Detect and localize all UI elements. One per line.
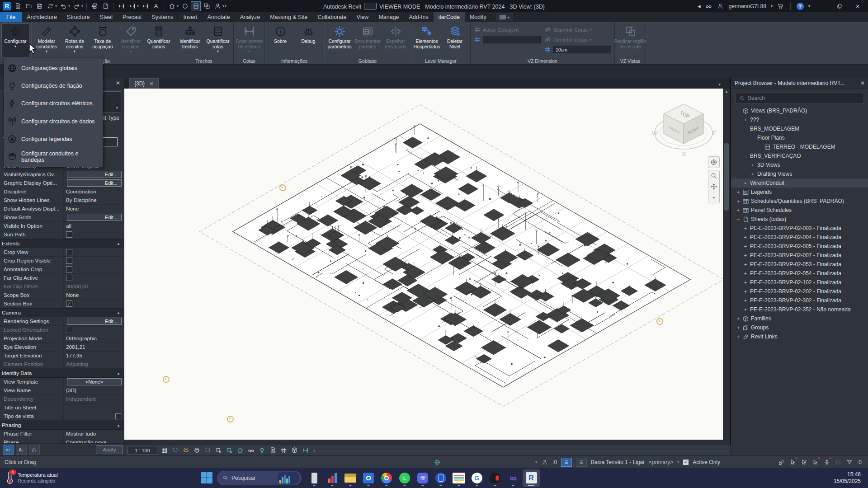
link-select-icon[interactable] [778,459,785,466]
undo-caret-icon[interactable]: ▾ [68,4,70,8]
redo-caret-icon[interactable]: ▾ [81,4,83,8]
tree-item-pe-e-2023-brvp-02-054-finalizada[interactable]: +PE-E-2023-BRVP-02-054 - Finalizada [731,269,868,278]
unlock-view-icon[interactable] [236,446,244,454]
restore-button[interactable] [833,1,846,11]
taskbar-app-discord[interactable] [414,469,431,487]
menu-item-configurar-legendas[interactable]: AConfigurar legendas [4,131,103,147]
ribbon-button-elementos-hospedados[interactable]: ElementosHospedados [413,23,441,58]
ribbon-tab-collaborate[interactable]: Collaborate [313,12,352,22]
ribbon-tab-precast[interactable]: Precast [118,12,146,22]
property-value[interactable]: Adjusting [66,361,88,367]
tree-item-groups[interactable]: +Groups [731,323,868,332]
nav-menu-caret-icon[interactable]: ▾ [708,192,719,203]
taskbar-app-visual-studio[interactable]: ∞ [505,469,522,487]
ribbon-tab-annotate[interactable]: Annotate [203,12,235,22]
undo-icon[interactable] [59,2,68,11]
home-3d-caret-icon[interactable]: ▾ [177,4,179,8]
measure-caret-icon[interactable]: ▾ [137,4,139,8]
collapse-icon[interactable]: − [743,126,748,131]
tree-item-pe-e-2023-brvp-02-302-finalizada[interactable]: +PE-E-2023-BRVP-02-302 - Finalizada [731,296,868,305]
ribbon-tab-architecture[interactable]: Architecture [22,12,62,22]
property-checkbox-crop-view[interactable] [66,249,72,255]
section-box-grip-icon[interactable] [227,416,234,422]
tree-item-3d-views[interactable]: +3D Views [731,160,868,169]
property-value[interactable]: None [66,206,79,212]
expand-icon[interactable]: + [736,334,741,339]
print-icon[interactable] [90,2,99,11]
store-cart-icon[interactable] [777,3,784,10]
property-mini-button[interactable] [115,413,121,419]
view-tab-close-icon[interactable]: ✕ [149,81,153,87]
signed-in-user[interactable]: germanoG7L88 [729,3,766,9]
collapse-icon[interactable]: − [750,135,755,141]
show-constraints-icon[interactable] [280,446,288,454]
property-checkbox-annotation-crop[interactable] [66,266,72,272]
sync-caret-icon[interactable]: ▾ [55,4,57,8]
expand-icon[interactable]: + [743,253,748,258]
project-browser-close-icon[interactable]: ✕ [860,80,865,86]
ribbon-button-debug[interactable]: Debug [294,23,322,58]
tree-item-item[interactable]: +??? [731,115,868,124]
taskbar-app-revit[interactable]: R [523,469,540,487]
systems-list-button[interactable] [561,458,572,467]
property-checkbox-sun-path[interactable] [66,231,72,238]
ribbon-button-identificar-circuitos[interactable]: Identificarcircuitos▼ [117,23,145,58]
section-box-grip-icon[interactable] [656,318,663,325]
taskbar-app-file-explorer[interactable] [342,469,359,487]
ribbon-row-ativar-cotagem[interactable]: Ativar Cotagem [474,25,541,34]
section-icon[interactable] [117,2,126,11]
worksharing-globe-icon[interactable] [434,459,441,466]
apply-button[interactable]: Apply [96,445,123,454]
panel-list-button[interactable] [576,458,587,467]
ribbon-button-rotas-de-circuitos[interactable]: Rotas decircuitos▼ [61,23,89,58]
taskbar-app-notes[interactable] [450,469,467,487]
tree-item-t-rreo-modelagem[interactable]: TÉRREO - MODELAGEM [731,142,868,151]
reveal-hidden-icon[interactable] [258,446,266,454]
property-button-visibility-graphics-ov[interactable]: Edit... [67,171,122,178]
qat-customize-caret-icon[interactable]: ▾ [225,4,226,8]
dimension-offset-input[interactable] [483,36,541,43]
section-box-grip-icon[interactable] [163,376,170,383]
property-button-view-template[interactable]: <None> [67,378,122,385]
property-value[interactable]: 177,95 [66,352,82,359]
window-box-icon[interactable] [202,2,211,11]
worksharing-display-icon[interactable] [291,446,298,454]
reveal-constraints-icon[interactable] [302,446,309,454]
tree-item-schedules-quantities-brs-padr-o[interactable]: +Schedules/Quantities (BRS_PADRÃO) [731,197,868,206]
zoom-icon[interactable] [708,170,719,181]
expand-icon[interactable]: + [743,262,748,267]
temporary-view-properties-icon[interactable] [269,446,277,454]
ribbon-row-suprimir-cotas[interactable]: Suprimir Cotas▾ [544,25,611,34]
help-caret-icon[interactable]: ▾ [808,4,810,8]
ribbon-button-configurar-par-metros[interactable]: Configurarparâmetros [326,23,354,58]
ribbon-tab-file[interactable]: File [0,12,22,22]
collapse-icon[interactable]: − [736,108,741,113]
view-tab-list-caret-icon[interactable]: ▾ [718,82,721,89]
menu-item-configurar-condu-tes-e-bandejas[interactable]: Configurar conduítes e bandejas [4,149,103,165]
collapse-left-icon[interactable]: ◀ [698,4,701,9]
view-scale-button[interactable]: 1 : 100 [127,446,157,455]
menu-item-configura-es-globais[interactable]: Configurações globais [4,60,103,76]
shadows-icon[interactable] [193,446,201,454]
tree-item-pe-e-2023-brvp-02-003-finalizada[interactable]: +PE-E-2023-BRVP-02-003 - Finalizada [731,224,868,233]
sort-ascending-icon[interactable]: A↓ [16,445,27,455]
tree-item-revit-links[interactable]: +Revit Links [731,332,868,341]
ribbon-tab-steel[interactable]: Steel [95,12,118,22]
weather-widget[interactable]: 4 Temperatura atual Recorde atingido [0,471,104,485]
select-underlay-icon[interactable] [789,459,797,466]
ribbon-button-identificar-trechos[interactable]: Identificartrechos [176,23,204,58]
render-circle-icon[interactable] [180,2,189,11]
view-tab-3d[interactable]: {3D} ✕ [129,78,159,89]
collapse-bar-icon[interactable]: ‹ [313,447,315,454]
active-circuit[interactable]: Baixa Tensão 1 - Ligar [591,459,645,465]
active-workset[interactable]: <primary> [649,459,673,465]
ribbon-tab-structure[interactable]: Structure [62,12,95,22]
show-crop-region-icon[interactable] [226,446,233,454]
tree-item-wireinconduit[interactable]: +WireInConduit [731,178,868,188]
expand-icon[interactable]: + [743,289,748,294]
dimension-icon[interactable] [141,2,150,11]
menu-item-configura-es-de-fia-o[interactable]: Configurações de fiação [4,77,103,94]
ribbon-tab-analyze[interactable]: Analyze [235,12,265,22]
search-icon[interactable] [705,3,712,10]
expand-icon[interactable]: + [743,280,748,285]
